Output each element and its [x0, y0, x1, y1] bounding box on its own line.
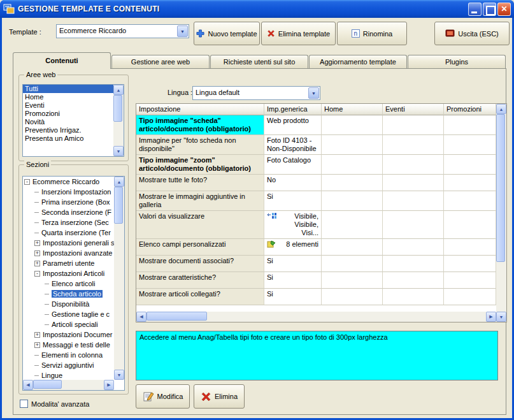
tree-expander-icon[interactable]: -	[24, 179, 30, 185]
scroll-right-icon[interactable]	[486, 312, 496, 322]
tree-item[interactable]: +Impostazioni avanzate	[23, 248, 114, 258]
tree-expander-icon[interactable]: +	[34, 250, 40, 256]
table-row[interactable]: Valori da visualizzareVisibile, Visibile…	[136, 211, 496, 239]
minimize-button[interactable]	[468, 3, 482, 16]
empty-cell	[444, 272, 496, 289]
list-item[interactable]: Novità	[23, 118, 113, 126]
empty-cell	[444, 211, 496, 239]
new-template-button[interactable]: Nuovo template	[194, 22, 260, 45]
tab-gestione-aree-web[interactable]: Gestione aree web	[111, 55, 210, 68]
scrollbar-thumb[interactable]	[33, 380, 62, 389]
tree-item[interactable]: -Ecommerce Riccardo	[23, 177, 114, 187]
setting-name-cell: Mostrare documenti associati?	[136, 256, 264, 272]
tree-item[interactable]: Disponibilità	[23, 299, 114, 309]
tree-item[interactable]: +Parametri utente	[23, 258, 114, 268]
tree-item[interactable]: Lingue	[23, 370, 114, 380]
scroll-down-icon[interactable]	[496, 312, 506, 322]
aree-web-scrollbar[interactable]	[113, 85, 124, 156]
setting-value-cell: Si	[264, 289, 322, 305]
scrollbar-thumb[interactable]	[496, 114, 505, 262]
exit-button[interactable]: Uscita (ESC)	[434, 22, 510, 45]
sezioni-treebox: -Ecommerce RiccardoInserzioni Impostazio…	[22, 176, 125, 391]
table-row[interactable]: Tipo immagine "scheda" articolo/document…	[136, 115, 496, 135]
scrollbar-thumb[interactable]	[146, 312, 207, 321]
tree-item[interactable]: +Impostazioni generali s	[23, 238, 114, 248]
tree-item[interactable]: Articoli speciali	[23, 319, 114, 329]
list-item[interactable]: Tutti	[23, 85, 113, 93]
scroll-right-icon[interactable]	[104, 380, 114, 390]
tree-item[interactable]: Servizi aggiuntivi	[23, 360, 114, 370]
tree-item[interactable]: Prima inserzione (Box	[23, 197, 114, 207]
table-row[interactable]: Mostrare caratteristiche?Si	[136, 272, 496, 289]
scrollbar-track[interactable]	[33, 380, 104, 390]
table-row[interactable]: Mostrare tutte le foto?No	[136, 175, 496, 191]
table-row[interactable]: Mostrare documenti associati?Si	[136, 256, 496, 272]
dropdown-arrow-icon[interactable]	[308, 87, 319, 99]
tree-item[interactable]: Inserzioni Impostazion	[23, 187, 114, 197]
table-row[interactable]: Elenco campi personalizzati8 elementi	[136, 239, 496, 256]
tab-richieste-utenti-sul-sito[interactable]: Richieste utenti sul sito	[210, 55, 308, 68]
table-hscrollbar[interactable]	[136, 312, 496, 322]
tree-item[interactable]: -Impostazioni Articoli	[23, 268, 114, 279]
list-item[interactable]: Presenta un Amico	[23, 134, 113, 143]
tree-item[interactable]: Gestione taglie e c	[23, 309, 114, 319]
tree-expander-icon[interactable]: +	[34, 332, 40, 338]
scrollbar-track[interactable]	[113, 95, 124, 146]
scroll-down-icon[interactable]	[114, 370, 124, 380]
tree-item-label: Messaggi e testi delle	[43, 341, 110, 349]
tree-item[interactable]: Elenco articoli	[23, 279, 114, 289]
scrollbar-track[interactable]	[114, 187, 124, 370]
list-item[interactable]: Preventivo Irrigaz.	[23, 126, 113, 134]
scrollbar-thumb[interactable]	[113, 95, 122, 122]
scroll-up-icon[interactable]	[496, 104, 506, 114]
scroll-up-icon[interactable]	[114, 177, 124, 187]
list-item[interactable]: Promozioni	[23, 110, 113, 118]
dropdown-arrow-icon[interactable]	[177, 25, 188, 37]
tree-expander-icon[interactable]: +	[34, 240, 40, 246]
maximize-button[interactable]	[483, 3, 496, 16]
table-rows: Tipo immagine "scheda" articolo/document…	[136, 115, 496, 312]
tree-vscrollbar[interactable]	[114, 177, 124, 380]
tree-item[interactable]: Terza inserzione (Sec	[23, 217, 114, 228]
lingua-select[interactable]: Lingua default	[192, 86, 320, 100]
tree-expander-icon[interactable]: +	[34, 342, 40, 348]
template-label: Template :	[9, 28, 41, 36]
scroll-down-icon[interactable]	[113, 146, 124, 156]
tree-item[interactable]: Seconda inserzione (F	[23, 207, 114, 217]
tree-item[interactable]: Quarta inserzione (Ter	[23, 228, 114, 238]
table-row[interactable]: Tipo immagine "zoom" articolo/documento …	[136, 155, 496, 175]
scrollbar-track[interactable]	[496, 114, 506, 312]
column-header: Imp.generica	[264, 104, 322, 115]
tab-plugins[interactable]: Plugins	[408, 55, 506, 68]
tree-hscrollbar[interactable]	[23, 380, 114, 390]
table-row[interactable]: Mostrare le immagini aggiuntive in galle…	[136, 191, 496, 211]
checkbox-icon[interactable]	[20, 400, 28, 408]
scrollbar-thumb[interactable]	[114, 187, 123, 224]
list-item[interactable]: Eventi	[23, 101, 113, 110]
tree-expander-icon[interactable]: -	[34, 271, 40, 277]
tab-contenuti[interactable]: Contenuti	[13, 52, 111, 69]
tree-item[interactable]: +Messaggi e testi delle	[23, 340, 114, 350]
tree-item[interactable]: +Impostazioni Documer	[23, 329, 114, 340]
tree-expander-icon[interactable]: +	[34, 261, 40, 266]
table-row[interactable]: Immagine per "foto scheda non disponibil…	[136, 135, 496, 155]
elimina-button[interactable]: Elimina	[194, 384, 245, 409]
advanced-mode-toggle[interactable]: Modalita' avanzata	[20, 400, 89, 408]
scroll-left-icon[interactable]	[23, 380, 33, 390]
rename-button[interactable]: n Rinomina	[337, 22, 407, 45]
close-button[interactable]	[497, 3, 511, 16]
modifica-button[interactable]: Modifica	[136, 384, 190, 409]
tree-item[interactable]: Elementi in colonna	[23, 350, 114, 360]
template-select[interactable]: Ecommerce Riccardo	[56, 24, 189, 38]
scroll-up-icon[interactable]	[113, 85, 124, 95]
table-row[interactable]: Mostrare articoli collegati?Si	[136, 289, 496, 305]
tree-item[interactable]: Scheda articolo	[23, 289, 114, 299]
list-item[interactable]: Home	[23, 93, 113, 101]
scroll-left-icon[interactable]	[136, 312, 146, 322]
table-vscrollbar[interactable]	[496, 104, 506, 322]
delete-template-button[interactable]: Elimina template	[261, 22, 336, 45]
empty-cell	[444, 175, 496, 191]
setting-name-cell: Tipo immagine "zoom" articolo/documento …	[136, 155, 264, 175]
tab-aggiornamento-template[interactable]: Aggiornamento template	[309, 55, 407, 68]
scrollbar-track[interactable]	[146, 312, 486, 322]
